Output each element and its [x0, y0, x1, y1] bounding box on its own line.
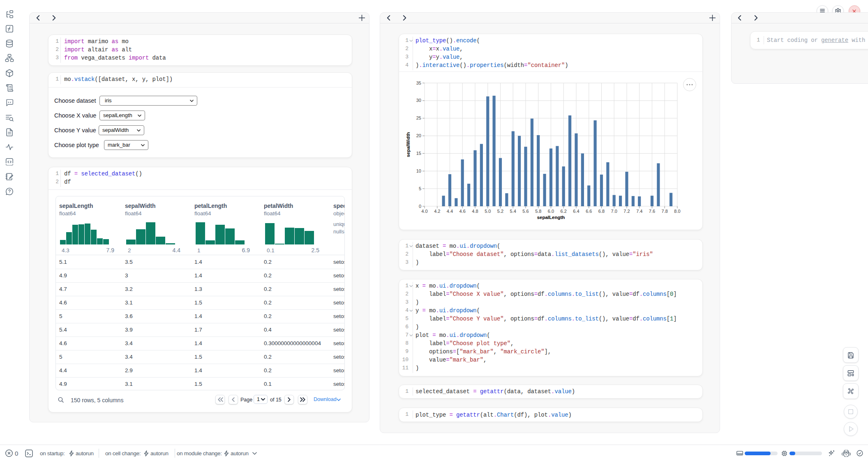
svg-text:7.2: 7.2	[623, 209, 630, 214]
svg-text:6.2: 6.2	[561, 209, 567, 214]
svg-text:5.0: 5.0	[485, 209, 491, 214]
svg-text:4.6: 4.6	[459, 209, 466, 214]
svg-text:5: 5	[419, 186, 421, 191]
svg-text:4.4: 4.4	[447, 209, 453, 214]
svg-text:7.6: 7.6	[649, 209, 655, 214]
svg-text:8.0: 8.0	[674, 209, 680, 214]
svg-text:sepalLength: sepalLength	[537, 215, 565, 220]
svg-text:4.2: 4.2	[434, 209, 440, 214]
svg-text:7.4: 7.4	[636, 209, 642, 214]
svg-text:5.2: 5.2	[497, 209, 503, 214]
svg-text:20: 20	[416, 133, 421, 138]
svg-text:10: 10	[416, 168, 421, 173]
svg-text:6.8: 6.8	[598, 209, 605, 214]
svg-text:4.8: 4.8	[472, 209, 478, 214]
svg-text:4.0: 4.0	[421, 209, 427, 214]
svg-text:15: 15	[416, 151, 421, 156]
svg-text:25: 25	[416, 115, 421, 120]
svg-text:sepalWidth: sepalWidth	[406, 132, 411, 157]
svg-text:30: 30	[416, 98, 421, 103]
svg-text:7.8: 7.8	[662, 209, 668, 214]
svg-text:0: 0	[419, 204, 421, 209]
svg-text:7.0: 7.0	[611, 209, 617, 214]
svg-text:6.4: 6.4	[573, 209, 579, 214]
svg-text:35: 35	[416, 81, 421, 85]
svg-text:5.8: 5.8	[535, 209, 541, 214]
svg-text:5.4: 5.4	[510, 209, 516, 214]
svg-text:5.6: 5.6	[522, 209, 529, 214]
svg-text:6.6: 6.6	[586, 209, 592, 214]
svg-text:6.0: 6.0	[548, 209, 554, 214]
